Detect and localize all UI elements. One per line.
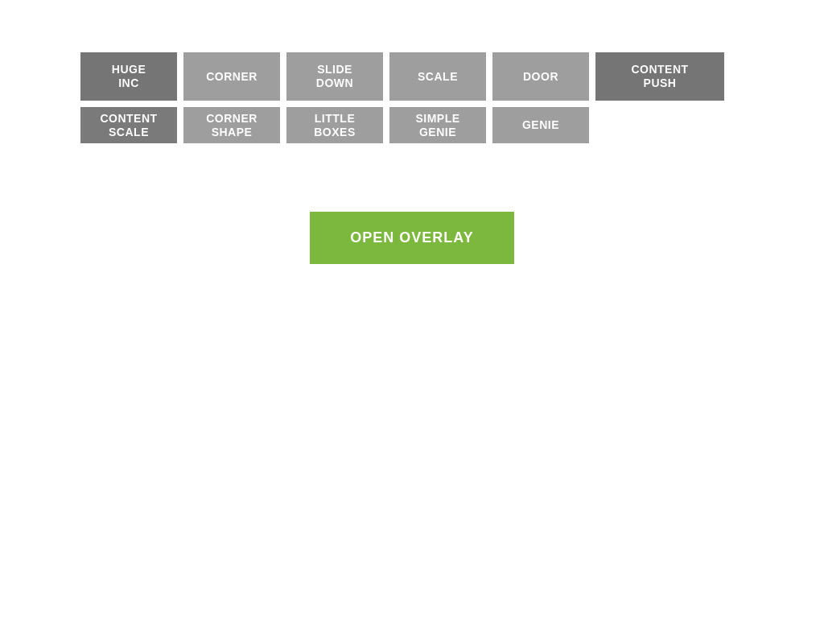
huge-inc-button[interactable]: HUGEINC bbox=[80, 52, 177, 101]
main-container: HUGEINC CORNER SLIDEDOWN SCALE DOOR CONT… bbox=[0, 0, 824, 264]
genie-button[interactable]: GENIE bbox=[492, 107, 589, 143]
content-scale-button[interactable]: CONTENTSCALE bbox=[80, 107, 177, 143]
little-boxes-button[interactable]: LITTLEBOXES bbox=[286, 107, 383, 143]
door-button[interactable]: DOOR bbox=[492, 52, 589, 101]
scale-button[interactable]: SCALE bbox=[389, 52, 486, 101]
content-push-button[interactable]: CONTENTPUSH bbox=[595, 52, 724, 101]
simple-genie-button[interactable]: SIMPLEGENIE bbox=[389, 107, 486, 143]
corner-button[interactable]: CORNER bbox=[183, 52, 280, 101]
open-overlay-button[interactable]: OPEN OVERLAY bbox=[310, 212, 513, 264]
corner-shape-button[interactable]: CORNERSHAPE bbox=[183, 107, 280, 143]
slide-down-button[interactable]: SLIDEDOWN bbox=[286, 52, 383, 101]
button-row-1: HUGEINC CORNER SLIDEDOWN SCALE DOOR CONT… bbox=[80, 52, 744, 101]
open-overlay-container: OPEN OVERLAY bbox=[80, 212, 744, 264]
button-row-2: CONTENTSCALE CORNERSHAPE LITTLEBOXES SIM… bbox=[80, 107, 744, 143]
